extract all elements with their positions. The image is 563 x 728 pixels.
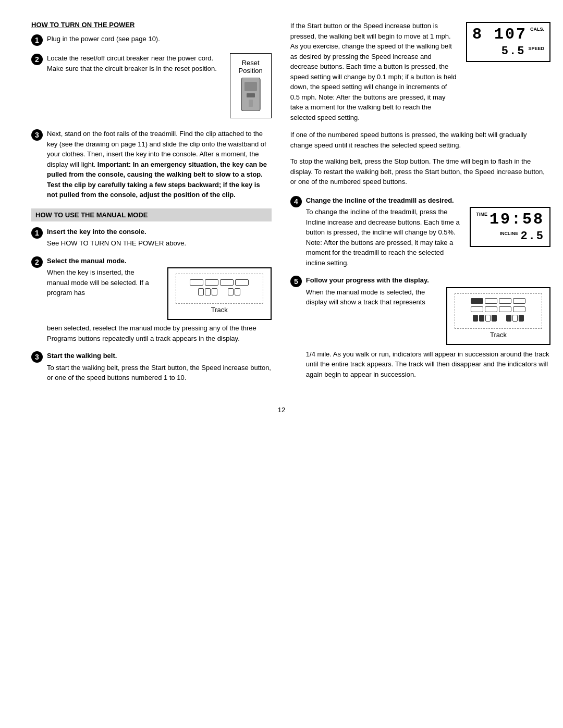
section-power: HOW TO TURN ON THE POWER 1 Plug in the p… — [31, 21, 272, 200]
power-step-2: 2 Reset Position — [31, 53, 272, 121]
incline-label: INCLINE — [499, 230, 518, 237]
manual-step-3: 3 Start the walking belt. To start the w… — [31, 351, 272, 383]
power-step-1: 1 Plug in the power cord (see page 10). — [31, 34, 272, 46]
track-label-2: Track — [455, 331, 542, 339]
svg-rect-3 — [249, 100, 253, 107]
right-step-5-title: Follow your progress with the display. — [306, 275, 550, 286]
right-para-1: If the Start button or the Speed increas… — [290, 21, 458, 122]
page: HOW TO TURN ON THE POWER 1 Plug in the p… — [31, 21, 532, 414]
section-manual: HOW TO USE THE MANUAL MODE 1 Insert the … — [31, 208, 272, 383]
right-step-num-4: 4 — [290, 196, 302, 207]
manual-step-num-1: 1 — [31, 227, 43, 239]
track-display-2: Track — [446, 287, 550, 345]
manual-step-2-text-before: When the key is inserted, the manual mod… — [47, 267, 150, 298]
right-para-2: If one of the numbered speed buttons is … — [290, 130, 550, 150]
display-speed-label: SPEED — [528, 45, 544, 52]
right-step-5-text-after: 1/4 mile. As you walk or run, indicators… — [306, 349, 550, 380]
manual-step-1: 1 Insert the key into the console. See H… — [31, 227, 272, 249]
manual-step-2: 2 Select the manual mode. When the key i… — [31, 256, 272, 344]
incline-display: TIME 19:58 INCLINE 2.5 — [470, 207, 550, 247]
power-step-2-content: Reset Position Locate the reset/off circ… — [47, 53, 272, 121]
power-step-1-content: Plug in the power cord (see page 10). — [47, 34, 272, 44]
power-step-1-text: Plug in the power cord (see page 10). — [47, 34, 272, 44]
section-manual-header: HOW TO USE THE MANUAL MODE — [31, 208, 272, 221]
svg-rect-1 — [244, 82, 257, 91]
section-power-header: HOW TO TURN ON THE POWER — [31, 21, 272, 29]
step-num-1: 1 — [31, 34, 43, 46]
page-number: 12 — [31, 406, 532, 414]
manual-step-3-title: Start the walking belt. — [47, 351, 272, 361]
manual-step-1-title: Insert the key into the console. — [47, 227, 272, 237]
right-para-3: To stop the walking belt, press the Stop… — [290, 156, 550, 187]
manual-step-2-content: Select the manual mode. When the key is … — [47, 256, 272, 344]
right-column: If the Start button or the Speed increas… — [290, 21, 550, 390]
incline-time-label: TIME — [476, 211, 487, 217]
right-step-4-title: Change the incline of the treadmill as d… — [306, 195, 550, 206]
track-label-1: Track — [176, 306, 263, 314]
right-step-num-5: 5 — [290, 276, 302, 287]
reset-diagram: Reset Position — [230, 53, 272, 118]
display-speed-num: 5.5 — [501, 45, 525, 58]
manual-step-1-text: See HOW TO TURN ON THE POWER above. — [47, 238, 272, 249]
svg-rect-2 — [247, 93, 255, 97]
manual-step-num-3: 3 — [31, 351, 43, 363]
right-step-5: 5 Follow your progress with the display.… — [290, 275, 550, 379]
manual-step-2-text-after: been selected, reselect the manual mode … — [47, 323, 272, 343]
left-column: HOW TO TURN ON THE POWER 1 Plug in the p… — [31, 21, 272, 390]
display-cals-num: 8 107 — [472, 26, 527, 43]
power-step-3-text: Next, stand on the foot rails of the tre… — [47, 129, 272, 200]
right-step-4-content: Change the incline of the treadmill as d… — [306, 195, 550, 268]
manual-step-3-text: To start the walking belt, press the Sta… — [47, 363, 272, 383]
right-step-4: 4 Change the incline of the treadmill as… — [290, 195, 550, 268]
manual-step-num-2: 2 — [31, 256, 43, 268]
step-num-3: 3 — [31, 129, 43, 141]
step-num-2: 2 — [31, 54, 43, 65]
display-calories-speed: 8 107 CALS. 5.5 SPEED — [466, 22, 550, 62]
reset-label-2: Position — [239, 67, 263, 75]
incline-num: 2.5 — [520, 230, 544, 243]
track-display-1: Track — [167, 267, 272, 320]
right-step-5-content: Follow your progress with the display. W… — [306, 275, 550, 379]
manual-step-1-content: Insert the key into the console. See HOW… — [47, 227, 272, 249]
manual-step-3-content: Start the walking belt. To start the wal… — [47, 351, 272, 383]
incline-time-num: 19:58 — [489, 211, 544, 228]
power-step-3-important: Important: — [97, 161, 131, 168]
right-step-5-text-before: When the manual mode is selected, the di… — [306, 287, 427, 307]
display-cals-label: CALS. — [530, 26, 544, 32]
power-step-3: 3 Next, stand on the foot rails of the t… — [31, 129, 272, 200]
reset-icon — [239, 78, 262, 111]
reset-label-1: Reset — [239, 59, 263, 67]
manual-step-2-title: Select the manual mode. — [47, 256, 272, 266]
power-step-3-content: Next, stand on the foot rails of the tre… — [47, 129, 272, 200]
